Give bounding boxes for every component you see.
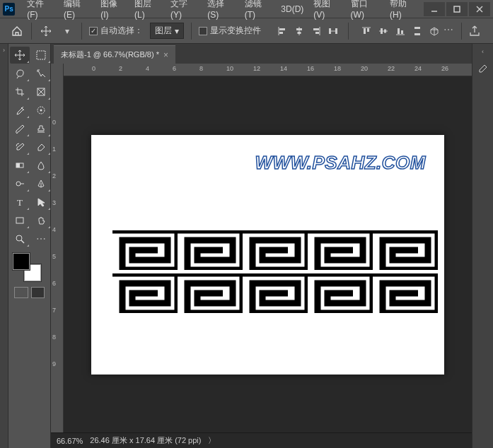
align-left-icon[interactable] — [274, 24, 290, 38]
healing-tool[interactable] — [31, 102, 51, 119]
canvas[interactable]: WWW.PSAHZ.COM — [91, 135, 444, 375]
frame-tool[interactable] — [31, 83, 51, 100]
zoom-tool[interactable] — [10, 230, 30, 247]
edit-toolbar-button[interactable]: ⋯ — [31, 230, 51, 247]
auto-select-target-dropdown[interactable]: 图层 ▾ — [150, 23, 184, 39]
svg-rect-6 — [279, 32, 283, 34]
checkbox-icon[interactable] — [199, 27, 207, 35]
foreground-color[interactable] — [13, 253, 30, 270]
ruler-vertical[interactable]: 0123456789 — [51, 76, 64, 432]
svg-rect-26 — [414, 33, 420, 35]
lasso-tool[interactable] — [10, 65, 30, 82]
svg-line-40 — [21, 240, 24, 243]
meander-pattern — [178, 273, 243, 313]
right-panel-collapsed[interactable]: ‹ — [472, 44, 493, 448]
align-top-icon[interactable] — [359, 24, 374, 38]
history-brush-tool[interactable] — [10, 138, 30, 155]
standard-mode-button[interactable] — [14, 287, 28, 298]
edit-icon[interactable] — [475, 61, 491, 76]
distribute-h-icon[interactable] — [325, 24, 341, 38]
chevron-down-icon: ▾ — [175, 26, 179, 36]
path-select-tool[interactable] — [31, 194, 51, 211]
gradient-tool[interactable] — [10, 157, 30, 174]
menu-edit[interactable]: 编辑(E) — [59, 0, 95, 20]
menu-3d[interactable]: 3D(D) — [276, 4, 308, 14]
distribute-v-icon[interactable] — [410, 24, 425, 38]
document-area: 未标题-1 @ 66.7%(RGB/8) * × 024681012141618… — [51, 44, 472, 448]
menu-window[interactable]: 窗口(W) — [346, 0, 385, 20]
minimize-button[interactable] — [424, 2, 445, 16]
svg-rect-27 — [37, 51, 45, 59]
eyedropper-tool[interactable] — [10, 102, 30, 119]
align-center-h-icon[interactable] — [291, 24, 307, 38]
tools-panel: T ⋯ — [8, 44, 51, 448]
menu-layer[interactable]: 图层(L) — [129, 0, 166, 20]
brush-tool[interactable] — [10, 120, 30, 137]
shape-tool[interactable] — [10, 212, 30, 229]
quick-mask-button[interactable] — [31, 287, 45, 298]
share-icon[interactable] — [469, 24, 483, 38]
hand-tool[interactable] — [31, 212, 51, 229]
meander-pattern — [178, 230, 243, 270]
menu-image[interactable]: 图像(I) — [95, 0, 129, 20]
move-tool[interactable] — [10, 47, 30, 64]
svg-rect-9 — [298, 32, 301, 34]
watermark-text: WWW.PSAHZ.COM — [255, 152, 426, 174]
menu-select[interactable]: 选择(S) — [202, 0, 239, 20]
menu-view[interactable]: 视图(V) — [308, 0, 345, 20]
type-tool[interactable]: T — [10, 194, 30, 211]
svg-rect-38 — [16, 218, 23, 223]
menu-file[interactable]: 文件(F) — [22, 0, 59, 20]
marquee-tool[interactable] — [31, 47, 51, 64]
eraser-tool[interactable] — [31, 138, 51, 155]
meander-pattern — [308, 273, 373, 313]
svg-point-32 — [40, 110, 42, 112]
title-bar: Ps 文件(F) 编辑(E) 图像(I) 图层(L) 文字(Y) 选择(S) 滤… — [0, 0, 493, 18]
svg-rect-15 — [335, 28, 337, 34]
left-gutter[interactable]: › — [0, 44, 8, 448]
close-button[interactable] — [469, 2, 490, 16]
pen-tool[interactable] — [31, 175, 51, 192]
checkbox-icon[interactable] — [89, 27, 98, 35]
zoom-level[interactable]: 66.67% — [57, 437, 83, 445]
color-swatches[interactable] — [13, 253, 41, 281]
svg-rect-24 — [401, 30, 403, 34]
svg-rect-20 — [381, 28, 383, 34]
canvas-viewport[interactable]: WWW.PSAHZ.COM — [64, 76, 472, 432]
menu-filter[interactable]: 滤镜(T) — [240, 0, 277, 20]
align-bottom-icon[interactable] — [393, 24, 408, 38]
expand-panel-icon[interactable]: ‹ — [482, 48, 484, 55]
dodge-tool[interactable] — [10, 175, 30, 192]
stamp-tool[interactable] — [31, 120, 51, 137]
svg-rect-17 — [364, 28, 366, 34]
3d-mode-icon[interactable] — [427, 24, 442, 38]
menu-help[interactable]: 帮助(H) — [385, 0, 422, 20]
crop-tool[interactable] — [10, 83, 30, 100]
blur-tool[interactable] — [31, 157, 51, 174]
chevron-down-icon[interactable]: ▾ — [60, 24, 74, 38]
align-right-icon[interactable] — [308, 24, 324, 38]
maximize-button[interactable] — [446, 2, 468, 16]
document-dimensions[interactable]: 26.46 厘米 x 17.64 厘米 (72 ppi) — [90, 435, 201, 446]
svg-rect-1 — [454, 6, 460, 12]
meander-pattern — [373, 230, 438, 270]
svg-rect-5 — [279, 28, 285, 30]
ruler-horizontal[interactable]: 02468101214161820222426 — [51, 64, 472, 76]
pattern-row — [112, 230, 438, 270]
options-bar: ▾ 自动选择： 图层 ▾ 显示变换控件 ⋯ — [0, 18, 493, 44]
move-tool-icon[interactable] — [39, 24, 53, 38]
svg-rect-14 — [329, 28, 331, 34]
quick-select-tool[interactable] — [31, 65, 51, 82]
show-transform-option[interactable]: 显示变换控件 — [199, 25, 261, 37]
svg-rect-8 — [296, 28, 302, 30]
chevron-right-icon[interactable]: 〉 — [208, 435, 216, 446]
close-icon[interactable]: × — [163, 50, 168, 60]
home-icon[interactable] — [10, 24, 24, 38]
status-bar: 66.67% 26.46 厘米 x 17.64 厘米 (72 ppi) 〉 — [51, 432, 472, 448]
align-center-v-icon[interactable] — [376, 24, 391, 38]
menu-type[interactable]: 文字(Y) — [166, 0, 202, 20]
more-options-icon[interactable]: ⋯ — [443, 24, 454, 38]
meander-pattern — [308, 230, 373, 270]
document-tab[interactable]: 未标题-1 @ 66.7%(RGB/8) * × — [54, 45, 175, 64]
auto-select-option[interactable]: 自动选择： — [89, 25, 143, 37]
